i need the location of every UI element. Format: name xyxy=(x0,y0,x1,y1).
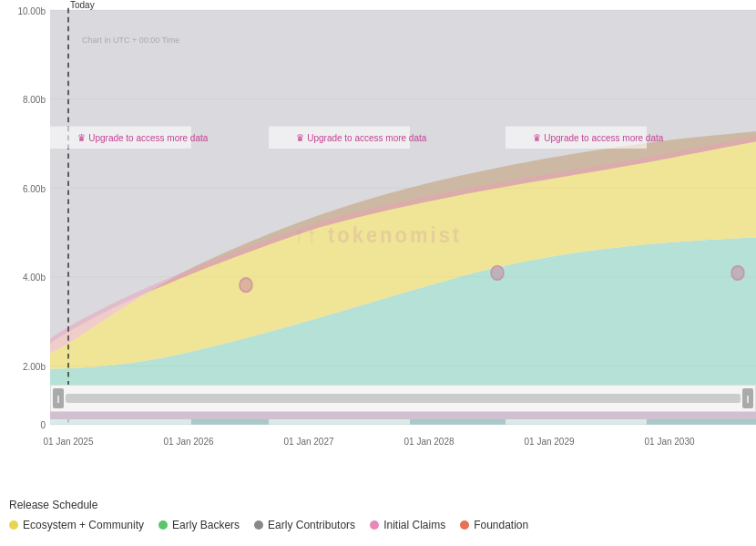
legend-item-foundation: Foundation xyxy=(460,519,528,531)
foundation-dot xyxy=(460,520,469,530)
ecosystem-label: Ecosystem + Community xyxy=(23,519,144,531)
svg-text:01 Jan 2029: 01 Jan 2029 xyxy=(525,435,575,447)
svg-text:01 Jan 2026: 01 Jan 2026 xyxy=(164,435,214,447)
chart-subtitle: Chart in UTC + 00:00 Time xyxy=(82,34,179,45)
svg-text:♛ Upgrade to access more data: ♛ Upgrade to access more data xyxy=(533,132,663,144)
svg-text:↑↑ tokenomist: ↑↑ tokenomist xyxy=(294,222,462,247)
svg-text:♛ Upgrade to access more data: ♛ Upgrade to access more data xyxy=(77,132,208,144)
svg-text:6.00b: 6.00b xyxy=(23,182,46,194)
svg-text:8.00b: 8.00b xyxy=(23,94,46,106)
scrollbar-container[interactable]: ‖ ‖ xyxy=(50,385,756,412)
scroll-left-handle[interactable]: ‖ xyxy=(53,388,64,408)
svg-text:01 Jan 2028: 01 Jan 2028 xyxy=(404,435,455,447)
svg-text:0: 0 xyxy=(40,419,46,431)
ecosystem-dot xyxy=(9,520,18,530)
foundation-label: Foundation xyxy=(474,519,528,531)
initial-claims-dot xyxy=(370,520,379,530)
svg-text:01 Jan 2025: 01 Jan 2025 xyxy=(44,435,94,447)
chart-container: 10.00b 8.00b 6.00b 4.00b 2.00b 0 Today C… xyxy=(0,0,756,465)
svg-point-31 xyxy=(240,278,252,293)
initial-claims-label: Initial Claims xyxy=(383,519,445,531)
legend-item-early-contributors: Early Contributors xyxy=(254,519,355,531)
legend: Release Schedule Ecosystem + Community E… xyxy=(0,491,756,546)
early-backers-dot xyxy=(158,520,168,530)
svg-point-33 xyxy=(731,266,744,281)
legend-item-ecosystem: Ecosystem + Community xyxy=(9,519,144,531)
early-backers-label: Early Backers xyxy=(172,519,240,531)
svg-text:4.00b: 4.00b xyxy=(23,272,46,283)
scroll-right-handle[interactable]: ‖ xyxy=(742,388,753,408)
release-schedule-label: Release Schedule xyxy=(9,499,747,511)
today-label: Today xyxy=(70,0,95,10)
scroll-thumb[interactable] xyxy=(66,394,741,403)
legend-items: Ecosystem + Community Early Backers Earl… xyxy=(9,519,747,531)
svg-text:2.00b: 2.00b xyxy=(23,360,46,372)
scrollbar-secondary[interactable] xyxy=(50,412,756,419)
early-contributors-label: Early Contributors xyxy=(268,519,355,531)
legend-item-early-backers: Early Backers xyxy=(158,519,240,531)
early-contributors-dot xyxy=(254,520,263,530)
scroll-track[interactable] xyxy=(66,394,741,403)
svg-text:01 Jan 2027: 01 Jan 2027 xyxy=(284,435,334,447)
legend-item-initial-claims: Initial Claims xyxy=(370,519,445,531)
svg-text:01 Jan 2030: 01 Jan 2030 xyxy=(645,435,695,447)
svg-text:♛ Upgrade to access more data: ♛ Upgrade to access more data xyxy=(296,132,426,144)
svg-text:10.00b: 10.00b xyxy=(17,5,46,16)
svg-point-32 xyxy=(491,266,504,281)
